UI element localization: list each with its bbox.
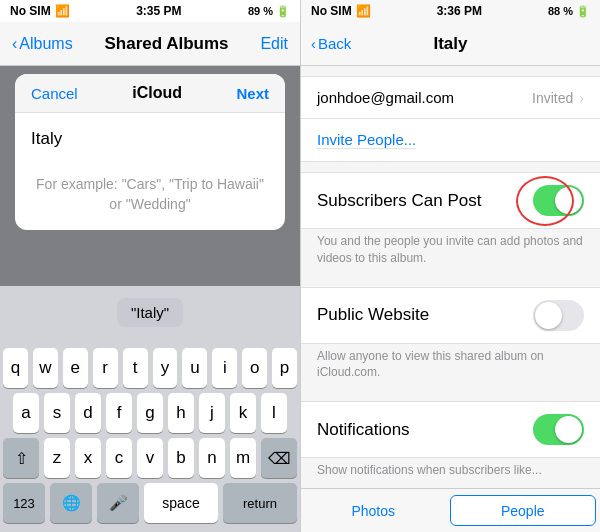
- subscribers-can-post-section: Subscribers Can Post You and the people …: [301, 172, 600, 277]
- key-p[interactable]: p: [272, 348, 297, 388]
- invited-status: Invited ›: [532, 90, 584, 106]
- key-row-4: 123 🌐 🎤 space return: [3, 483, 297, 523]
- modal-next-button[interactable]: Next: [236, 85, 269, 102]
- key-v[interactable]: v: [137, 438, 163, 478]
- carrier-left: No SIM: [10, 4, 51, 18]
- key-y[interactable]: y: [153, 348, 178, 388]
- toggle-thumb-on-subscribers: [555, 187, 582, 214]
- toggle-container-subscribers: [533, 185, 584, 216]
- people-section: jonhdoe@gmail.com Invited › Invite Peopl…: [301, 76, 600, 162]
- status-bar-left: No SIM 📶 3:35 PM 89% 🔋: [0, 0, 300, 22]
- key-l[interactable]: l: [261, 393, 287, 433]
- nav-bar-left: ‹ Albums Shared Albums Edit: [0, 22, 300, 66]
- carrier-right: No SIM: [311, 4, 352, 18]
- back-button-left[interactable]: ‹ Albums: [12, 35, 73, 53]
- notifications-desc: Show notifications when subscribers like…: [301, 458, 600, 488]
- chevron-left-icon: ‹: [12, 35, 17, 53]
- key-e[interactable]: e: [63, 348, 88, 388]
- key-i[interactable]: i: [212, 348, 237, 388]
- modal-cancel-button[interactable]: Cancel: [31, 85, 78, 102]
- key-o[interactable]: o: [242, 348, 267, 388]
- modal-hint: For example: "Cars", "Trip to Hawaii" or…: [15, 165, 285, 230]
- toggle-thumb-off-public: [535, 302, 562, 329]
- key-c[interactable]: c: [106, 438, 132, 478]
- key-j[interactable]: j: [199, 393, 225, 433]
- photos-tab-label: Photos: [351, 503, 395, 519]
- key-a[interactable]: a: [13, 393, 39, 433]
- modal-header: Cancel iCloud Next: [15, 74, 285, 113]
- wifi-icon-right: 📶: [356, 4, 371, 18]
- key-row-1: q w e r t y u i o p: [3, 348, 297, 388]
- modal-body: [15, 113, 285, 165]
- chevron-right-icon: ›: [579, 90, 584, 106]
- notifications-section: Notifications Show notifications when su…: [301, 401, 600, 488]
- chevron-left-icon-right: ‹: [311, 35, 316, 52]
- number-key[interactable]: 123: [3, 483, 45, 523]
- italy-label-area: "Italy": [0, 290, 300, 335]
- battery-icon-left: 🔋: [276, 5, 290, 18]
- battery-area-left: 89% 🔋: [248, 5, 290, 18]
- invite-people-button[interactable]: Invite People...: [317, 131, 416, 149]
- back-label-left: Albums: [19, 35, 72, 53]
- back-button-right[interactable]: ‹ Back: [311, 35, 351, 52]
- time-right: 3:36 PM: [437, 4, 482, 18]
- shift-key[interactable]: ⇧: [3, 438, 39, 478]
- photos-tab[interactable]: Photos: [301, 489, 446, 532]
- nav-title-left: Shared Albums: [105, 34, 229, 54]
- key-w[interactable]: w: [33, 348, 58, 388]
- people-tab-label: People: [501, 503, 545, 519]
- key-b[interactable]: b: [168, 438, 194, 478]
- key-q[interactable]: q: [3, 348, 28, 388]
- keyboard: q w e r t y u i o p a s d f g h j k l ⇧ …: [0, 342, 300, 532]
- people-tab[interactable]: People: [450, 495, 597, 526]
- return-key[interactable]: return: [223, 483, 297, 523]
- notifications-row: Notifications: [301, 401, 600, 458]
- subscribers-can-post-toggle[interactable]: [533, 185, 584, 216]
- key-r[interactable]: r: [93, 348, 118, 388]
- notifications-label: Notifications: [317, 420, 410, 440]
- battery-pct-right: 88: [548, 5, 560, 17]
- key-h[interactable]: h: [168, 393, 194, 433]
- key-u[interactable]: u: [182, 348, 207, 388]
- public-website-section: Public Website Allow anyone to view this…: [301, 287, 600, 392]
- status-bar-right: No SIM 📶 3:36 PM 88% 🔋: [301, 0, 600, 22]
- key-x[interactable]: x: [75, 438, 101, 478]
- battery-area-right: 88% 🔋: [548, 5, 590, 18]
- email-row[interactable]: jonhdoe@gmail.com Invited ›: [301, 77, 600, 119]
- public-website-toggle[interactable]: [533, 300, 584, 331]
- nav-title-right: Italy: [433, 34, 467, 54]
- modal-title: iCloud: [132, 84, 182, 102]
- bottom-tab-bar: Photos People: [301, 488, 600, 532]
- key-z[interactable]: z: [44, 438, 70, 478]
- space-key[interactable]: space: [144, 483, 218, 523]
- subscribers-can-post-label: Subscribers Can Post: [317, 191, 481, 211]
- key-k[interactable]: k: [230, 393, 256, 433]
- italy-suggestion[interactable]: "Italy": [117, 298, 183, 327]
- carrier-wifi-right: No SIM 📶: [311, 4, 371, 18]
- public-website-row: Public Website: [301, 287, 600, 344]
- globe-key[interactable]: 🌐: [50, 483, 92, 523]
- notifications-toggle[interactable]: [533, 414, 584, 445]
- key-row-2: a s d f g h j k l: [3, 393, 297, 433]
- delete-key[interactable]: ⌫: [261, 438, 297, 478]
- carrier-wifi-left: No SIM 📶: [10, 4, 70, 18]
- battery-icon-right: 🔋: [576, 5, 590, 18]
- key-row-3: ⇧ z x c v b n m ⌫: [3, 438, 297, 478]
- nav-bar-right: ‹ Back Italy: [301, 22, 600, 66]
- key-t[interactable]: t: [123, 348, 148, 388]
- key-d[interactable]: d: [75, 393, 101, 433]
- key-s[interactable]: s: [44, 393, 70, 433]
- key-g[interactable]: g: [137, 393, 163, 433]
- invited-label: Invited: [532, 90, 573, 106]
- email-address: jonhdoe@gmail.com: [317, 89, 454, 106]
- public-website-label: Public Website: [317, 305, 429, 325]
- key-n[interactable]: n: [199, 438, 225, 478]
- key-f[interactable]: f: [106, 393, 132, 433]
- mic-key[interactable]: 🎤: [97, 483, 139, 523]
- invite-people-row[interactable]: Invite People...: [301, 119, 600, 161]
- public-website-desc: Allow anyone to view this shared album o…: [301, 344, 600, 392]
- key-m[interactable]: m: [230, 438, 256, 478]
- edit-button-left[interactable]: Edit: [260, 35, 288, 53]
- subscribers-can-post-desc: You and the people you invite can add ph…: [301, 229, 600, 277]
- album-name-input[interactable]: [31, 125, 269, 153]
